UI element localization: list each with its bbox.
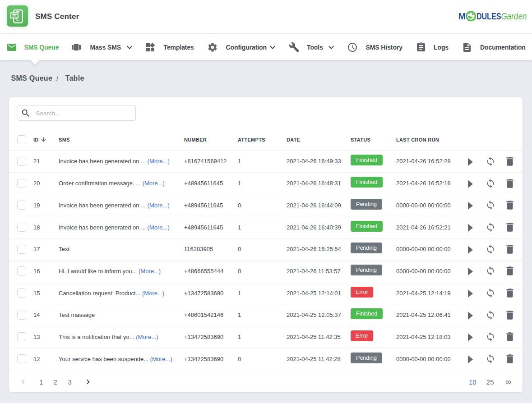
svg-text:DULES: DULES (476, 11, 501, 21)
svg-text:M: M (458, 11, 466, 21)
svg-text:Garden: Garden (501, 11, 527, 21)
